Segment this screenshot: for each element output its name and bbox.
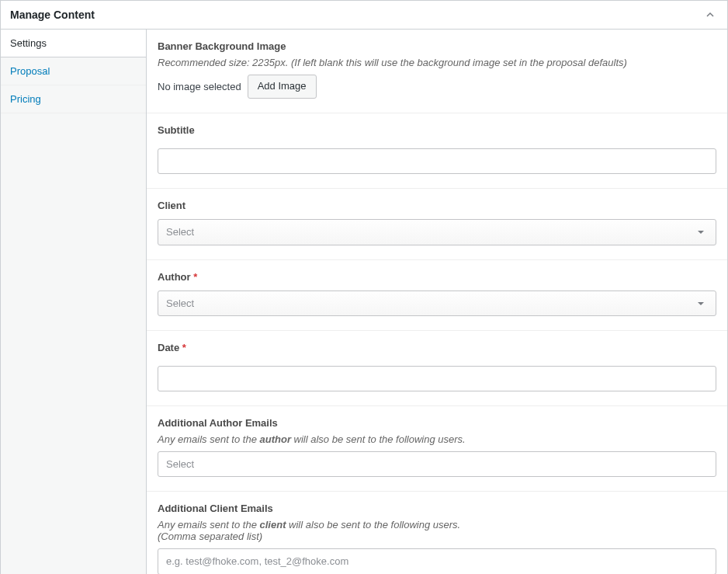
panel-title: Manage Content (10, 9, 95, 21)
subtitle-section: Subtitle (147, 113, 727, 190)
banner-section: Banner Background Image Recommended size… (147, 30, 727, 113)
client-label: Client (158, 200, 716, 211)
additional-client-input[interactable] (158, 548, 716, 574)
sidebar-item-label: Proposal (10, 65, 50, 77)
subtitle-input[interactable] (158, 148, 716, 175)
date-section: Date * (147, 331, 727, 406)
sidebar-item-label: Settings (10, 37, 47, 49)
additional-client-section: Additional Client Emails Any emails sent… (147, 492, 727, 574)
required-marker: * (182, 342, 186, 353)
content-area: Banner Background Image Recommended size… (147, 30, 727, 574)
author-label: Author * (158, 271, 716, 283)
sidebar-item-settings[interactable]: Settings (1, 30, 146, 57)
author-select-placeholder: Select (166, 296, 194, 311)
chevron-up-icon (706, 11, 714, 19)
banner-image-row: No image selected Add Image (158, 75, 716, 99)
author-select[interactable]: Select (158, 290, 716, 317)
author-section: Author * Select (147, 260, 727, 332)
additional-author-label: Additional Author Emails (158, 417, 716, 429)
additional-author-select[interactable]: Select (158, 451, 716, 477)
banner-description: Recommended size: 2235px. (If left blank… (158, 57, 716, 68)
sidebar-item-pricing[interactable]: Pricing (1, 85, 146, 113)
additional-client-label: Additional Client Emails (158, 503, 716, 514)
additional-author-section: Additional Author Emails Any emails sent… (147, 406, 727, 492)
banner-label: Banner Background Image (158, 40, 716, 52)
date-input[interactable] (158, 366, 716, 391)
no-image-text: No image selected (158, 81, 241, 92)
additional-author-placeholder: Select (166, 458, 194, 470)
chevron-down-icon (694, 225, 708, 239)
manage-content-panel: Manage Content Settings Proposal Pricing… (0, 0, 728, 574)
collapse-toggle[interactable] (702, 7, 718, 23)
client-select-placeholder: Select (166, 224, 194, 240)
required-marker: * (193, 271, 197, 283)
add-image-button[interactable]: Add Image (248, 75, 317, 99)
subtitle-label: Subtitle (158, 124, 716, 136)
client-select[interactable]: Select (158, 219, 716, 245)
panel-body: Settings Proposal Pricing Banner Backgro… (1, 30, 727, 574)
sidebar: Settings Proposal Pricing (1, 30, 147, 574)
sidebar-item-label: Pricing (10, 93, 41, 105)
chevron-down-icon (694, 297, 708, 311)
panel-header: Manage Content (1, 1, 727, 30)
additional-author-desc: Any emails sent to the author will also … (158, 433, 716, 445)
client-section: Client Select (147, 189, 727, 260)
sidebar-item-proposal[interactable]: Proposal (1, 57, 146, 85)
additional-client-desc: Any emails sent to the client will also … (158, 519, 716, 542)
date-label: Date * (158, 342, 716, 353)
